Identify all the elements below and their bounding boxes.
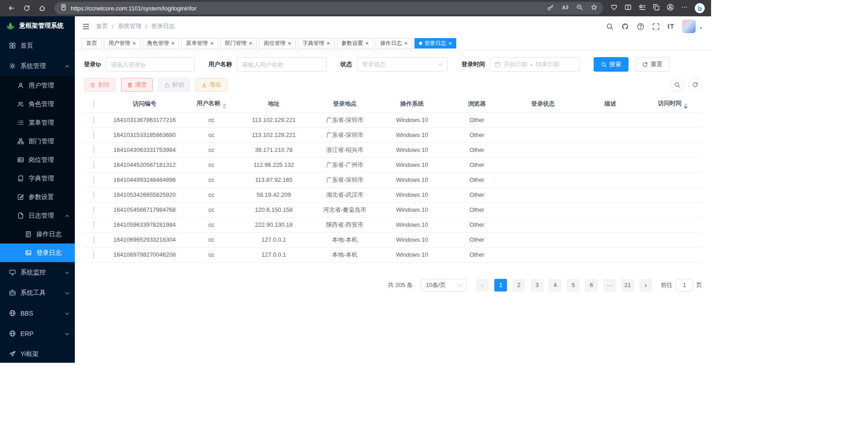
date-range-picker[interactable]: 开始日期 - 结束日期: [490, 57, 580, 72]
row-checkbox[interactable]: [93, 191, 94, 199]
tab-close-icon[interactable]: ×: [210, 40, 214, 46]
sort-icon[interactable]: [223, 103, 226, 109]
browser-back-button[interactable]: [4, 1, 19, 15]
sidebar-item-erp[interactable]: ERP: [0, 323, 75, 344]
page-number-button[interactable]: 1: [494, 279, 507, 292]
browser-home-button[interactable]: [34, 1, 50, 15]
search-button[interactable]: 搜索: [594, 57, 629, 72]
help-button[interactable]: [637, 23, 644, 30]
show-search-toggle-button[interactable]: [670, 78, 684, 92]
fullscreen-button[interactable]: [652, 23, 660, 30]
page-number-button[interactable]: 3: [531, 279, 543, 292]
goto-page-input[interactable]: [676, 279, 693, 292]
view-tab[interactable]: 操作日志 ×: [375, 38, 412, 49]
page-number-button[interactable]: 21: [621, 279, 634, 292]
tab-close-icon[interactable]: ×: [171, 40, 175, 46]
sidebar-item-yi-framework[interactable]: Yi框架: [0, 344, 75, 363]
favorites-bar-icon[interactable]: [639, 4, 646, 13]
row-checkbox[interactable]: [93, 236, 94, 243]
read-aloud-icon[interactable]: [561, 4, 569, 13]
tab-close-icon[interactable]: ×: [327, 40, 330, 46]
tab-close-icon[interactable]: ×: [249, 40, 253, 46]
tab-close-icon[interactable]: ×: [132, 40, 136, 46]
sidebar-item-post-management[interactable]: 岗位管理: [0, 151, 75, 169]
split-screen-icon[interactable]: [624, 4, 632, 13]
sort-icon[interactable]: [684, 103, 688, 109]
page-info-icon[interactable]: [60, 4, 67, 13]
tab-close-icon[interactable]: ×: [404, 40, 408, 46]
sidebar-item-operation-log[interactable]: 操作日志: [0, 225, 75, 243]
sidebar-item-menu-management[interactable]: 菜单管理: [0, 113, 75, 132]
collections-icon[interactable]: [653, 4, 660, 13]
view-tab[interactable]: 部门管理 ×: [220, 38, 257, 49]
row-checkbox[interactable]: [93, 146, 94, 154]
breadcrumb-home[interactable]: 首页: [96, 22, 108, 30]
view-tab[interactable]: 登录日志 ×: [414, 38, 457, 49]
page-number-button[interactable]: ···: [603, 279, 616, 292]
copilot-icon[interactable]: b: [695, 3, 705, 13]
sidebar-item-user-management[interactable]: 用户管理: [0, 76, 75, 95]
sidebar-item-role-management[interactable]: 角色管理: [0, 95, 75, 113]
delete-button[interactable]: 删除: [84, 78, 116, 92]
sidebar-item-department-management[interactable]: 部门管理: [0, 132, 75, 151]
sidebar-item-dictionary-management[interactable]: 字典管理: [0, 169, 75, 188]
password-key-icon[interactable]: [547, 4, 554, 13]
avatar-caret-icon[interactable]: ▾: [700, 25, 702, 33]
view-tab[interactable]: 角色管理 ×: [143, 38, 180, 49]
font-size-button[interactable]: tT: [668, 23, 674, 30]
browser-refresh-button[interactable]: [19, 1, 34, 15]
user-avatar[interactable]: [682, 19, 696, 33]
view-tab[interactable]: 参数设置 ×: [337, 38, 374, 49]
sidebar-item-system-tools[interactable]: 系统工具: [0, 282, 75, 303]
row-checkbox[interactable]: [93, 251, 94, 258]
prev-page-button[interactable]: ‹: [476, 279, 489, 292]
page-number-button[interactable]: 4: [549, 279, 561, 292]
view-tab[interactable]: 菜单管理 ×: [181, 38, 218, 49]
sidebar-item-system-management[interactable]: 系统管理: [0, 56, 75, 76]
sidebar-item-parameter-settings[interactable]: 参数设置: [0, 188, 75, 206]
clear-button[interactable]: 清空: [121, 78, 153, 92]
sidebar-item-system-monitoring[interactable]: 系统监控: [0, 262, 75, 282]
page-number-button[interactable]: 2: [512, 279, 525, 292]
view-tab[interactable]: 岗位管理 ×: [259, 38, 296, 49]
next-page-button[interactable]: ›: [639, 279, 652, 292]
sidebar-toggle-button[interactable]: [82, 23, 90, 30]
sidebar-item-log-management[interactable]: 日志管理: [0, 206, 75, 225]
login-ip-input[interactable]: [106, 57, 195, 72]
column-header-visit-time[interactable]: 访问时间: [643, 96, 702, 112]
breadcrumb-system[interactable]: 系统管理: [118, 22, 141, 30]
status-select[interactable]: 登录状态: [357, 57, 448, 72]
favorite-star-icon[interactable]: [590, 4, 598, 13]
page-number-button[interactable]: 6: [585, 279, 598, 292]
select-all-checkbox[interactable]: [93, 100, 94, 108]
reset-button[interactable]: 重置: [635, 57, 670, 72]
tab-close-icon[interactable]: ×: [366, 40, 369, 46]
browser-essentials-icon[interactable]: [610, 4, 618, 13]
row-checkbox[interactable]: [93, 116, 94, 124]
sidebar-item-bbs[interactable]: BBS: [0, 303, 75, 323]
refresh-table-button[interactable]: [688, 78, 702, 92]
column-header-username[interactable]: 用户名称: [185, 96, 237, 112]
page-number-button[interactable]: 5: [567, 279, 580, 292]
address-url[interactable]: https://ccnetcore.com:1101/system/log/lo…: [71, 5, 547, 12]
export-button[interactable]: 导出: [195, 78, 227, 92]
sidebar-item-home[interactable]: 首页: [0, 35, 75, 56]
header-search-button[interactable]: [606, 23, 614, 30]
tab-close-icon[interactable]: ×: [449, 40, 452, 46]
view-tab[interactable]: 首页: [82, 38, 102, 49]
view-tab[interactable]: 用户管理 ×: [104, 38, 141, 49]
row-checkbox[interactable]: [93, 131, 94, 139]
row-checkbox[interactable]: [93, 161, 94, 169]
view-tab[interactable]: 字典管理 ×: [298, 38, 335, 49]
settings-menu-icon[interactable]: [681, 4, 688, 13]
username-input[interactable]: [237, 57, 327, 72]
row-checkbox[interactable]: [93, 221, 94, 229]
github-button[interactable]: [621, 23, 629, 30]
browser-profile-avatar[interactable]: [667, 4, 674, 13]
page-size-select[interactable]: 10条/页: [421, 279, 467, 292]
zoom-out-icon[interactable]: [576, 4, 583, 13]
address-bar[interactable]: https://ccnetcore.com:1101/system/log/lo…: [54, 2, 603, 15]
tab-close-icon[interactable]: ×: [288, 40, 291, 46]
app-logo[interactable]: 意框架管理系统: [0, 16, 75, 35]
row-checkbox[interactable]: [93, 176, 94, 184]
